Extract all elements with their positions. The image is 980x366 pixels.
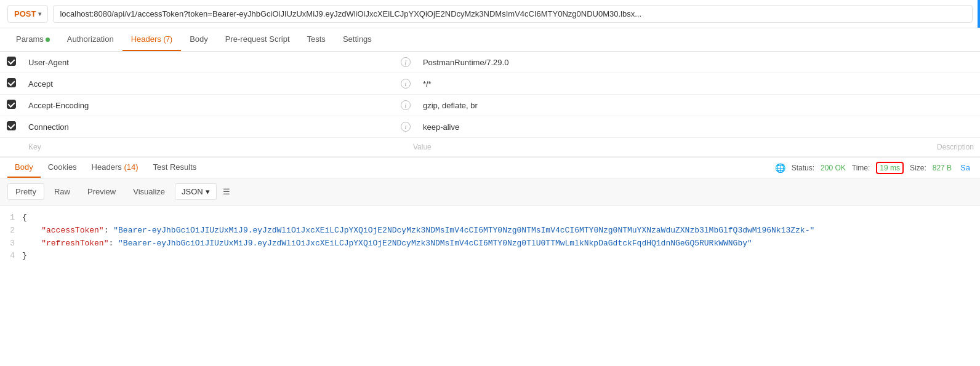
- header-key-0: User-Agent: [22, 52, 395, 73]
- table-row: User-Agent i PostmanRuntime/7.29.0: [0, 52, 980, 73]
- header-key-1: Accept: [22, 73, 395, 95]
- description-placeholder: Description: [937, 143, 974, 151]
- line-content: "refreshToken": "Bearer-eyJhbGciOiJIUzUx…: [22, 237, 752, 250]
- key-placeholder: Key: [28, 143, 41, 151]
- size-label: Size:: [910, 164, 926, 172]
- response-tab-cookies[interactable]: Cookies: [41, 157, 84, 178]
- line-content: {: [22, 212, 27, 225]
- request-tabs: Params Authorization Headers (7) Body Pr…: [0, 28, 980, 52]
- line-number: 4: [0, 250, 22, 263]
- method-chevron-icon: ▾: [38, 10, 41, 17]
- view-tab-pretty[interactable]: Pretty: [7, 183, 44, 200]
- tab-settings[interactable]: Settings: [334, 28, 380, 51]
- response-tab-testresults[interactable]: Test Results: [146, 157, 204, 178]
- globe-icon: 🌐: [775, 163, 785, 173]
- info-icon-0: i: [401, 57, 411, 67]
- tab-authorization[interactable]: Authorization: [58, 28, 122, 51]
- headers-table: User-Agent i PostmanRuntime/7.29.0 Accep…: [0, 52, 980, 138]
- right-accent-bar: [978, 0, 980, 28]
- headers-empty-row-table: Key Value Description: [0, 138, 980, 157]
- line-content: "accessToken": "Bearer-eyJhbGciOiJIUzUxM…: [22, 225, 814, 237]
- empty-header-row: Key Value Description: [0, 138, 980, 157]
- info-icon-2: i: [401, 100, 411, 110]
- header-value-1: */*: [417, 73, 917, 95]
- header-key-2: Accept-Encoding: [22, 95, 395, 116]
- line-number: 3: [0, 237, 22, 250]
- header-checkbox-1[interactable]: [7, 78, 16, 87]
- header-value-3: keep-alive: [417, 116, 917, 138]
- url-bar: POST ▾: [0, 0, 980, 28]
- line-number: 2: [0, 225, 22, 237]
- line-content: }: [22, 250, 27, 263]
- table-row: Connection i keep-alive: [0, 116, 980, 138]
- response-status-area: 🌐 Status: 200 OK Time: 19 ms Size: 827 B…: [775, 162, 973, 174]
- body-view-tabs: Pretty Raw Preview Visualize JSON ▾ ☰: [0, 178, 980, 205]
- time-value: 19 ms: [880, 164, 900, 172]
- url-input[interactable]: [53, 5, 973, 23]
- tab-headers[interactable]: Headers (7): [122, 28, 181, 51]
- json-line: 4}: [0, 250, 980, 263]
- response-tabs: Body Cookies Headers (14) Test Results 🌐…: [0, 157, 980, 178]
- tab-body[interactable]: Body: [181, 28, 217, 51]
- header-checkbox-3[interactable]: [7, 121, 16, 130]
- tab-params[interactable]: Params: [7, 28, 58, 51]
- size-value: 827 B: [933, 164, 952, 172]
- view-tab-visualize[interactable]: Visualize: [126, 184, 172, 199]
- json-response: 1{2 "accessToken": "Bearer-eyJhbGciOiJIU…: [0, 205, 980, 269]
- header-checkbox-2[interactable]: [7, 100, 16, 109]
- view-tab-raw[interactable]: Raw: [47, 184, 78, 199]
- json-line: 1{: [0, 212, 980, 225]
- json-line: 2 "accessToken": "Bearer-eyJhbGciOiJIUzU…: [0, 225, 980, 237]
- format-chevron-icon: ▾: [206, 187, 210, 196]
- status-label: Status:: [792, 164, 814, 172]
- header-key-3: Connection: [22, 116, 395, 138]
- json-line: 3 "refreshToken": "Bearer-eyJhbGciOiJIUz…: [0, 237, 980, 250]
- tab-tests[interactable]: Tests: [299, 28, 334, 51]
- info-icon-3: i: [401, 122, 411, 132]
- info-icon-1: i: [401, 79, 411, 89]
- table-row: Accept i */*: [0, 73, 980, 95]
- view-tab-preview[interactable]: Preview: [80, 184, 123, 199]
- time-value-highlight: 19 ms: [876, 162, 904, 174]
- header-checkbox-0[interactable]: [7, 57, 16, 66]
- time-label: Time:: [852, 164, 870, 172]
- method-selector[interactable]: POST ▾: [7, 5, 48, 23]
- value-placeholder: Value: [413, 143, 432, 151]
- filter-icon[interactable]: ☰: [223, 187, 230, 196]
- line-number: 1: [0, 212, 22, 225]
- header-value-2: gzip, deflate, br: [417, 95, 917, 116]
- response-tab-headers[interactable]: Headers (14): [84, 157, 146, 178]
- table-row: Accept-Encoding i gzip, deflate, br: [0, 95, 980, 116]
- format-selector[interactable]: JSON ▾: [175, 183, 217, 200]
- header-value-0: PostmanRuntime/7.29.0: [417, 52, 917, 73]
- save-label[interactable]: Sa: [958, 163, 973, 172]
- response-tab-body[interactable]: Body: [7, 157, 41, 178]
- format-label: JSON: [182, 187, 203, 196]
- tab-prerequest[interactable]: Pre-request Script: [217, 28, 299, 51]
- status-value: 200 OK: [821, 164, 846, 172]
- params-dot: [46, 38, 50, 42]
- method-label: POST: [14, 9, 36, 18]
- headers-section: User-Agent i PostmanRuntime/7.29.0 Accep…: [0, 52, 980, 157]
